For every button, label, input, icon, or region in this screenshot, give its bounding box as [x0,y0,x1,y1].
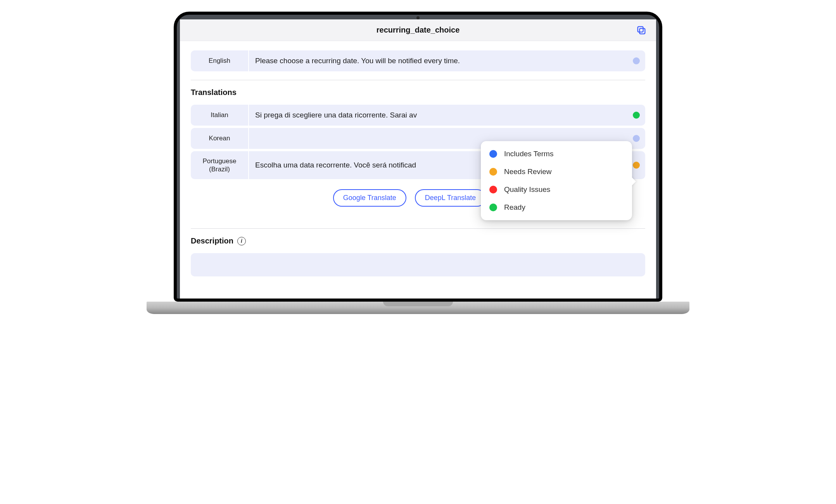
source-language-label: English [191,50,249,71]
status-option-label: Needs Review [504,167,552,176]
status-option-label: Ready [504,203,525,212]
status-option-label: Quality Issues [504,185,550,194]
status-dot [633,57,640,64]
status-option-needs-review[interactable]: Needs Review [481,163,632,181]
app-header: recurring_date_choice [180,19,656,41]
status-dot [633,162,640,169]
status-option-quality-issues[interactable]: Quality Issues [481,181,632,198]
deepl-translate-button[interactable]: DeepL Translate [415,189,486,207]
source-language-row[interactable]: English Please choose a recurring date. … [191,50,645,71]
status-popover: Includes Terms Needs Review Quality Issu… [481,141,632,220]
description-section-label: Description i [191,236,645,245]
info-icon[interactable]: i [237,237,246,245]
status-option-label: Includes Terms [504,150,553,158]
google-translate-button[interactable]: Google Translate [333,189,406,207]
status-bullet [489,204,497,211]
status-bullet [489,168,497,176]
svg-rect-1 [638,26,643,32]
laptop-device-frame: recurring_date_choice English Please cho… [174,12,662,314]
divider [191,80,645,80]
copy-icon[interactable] [636,25,647,36]
translation-row-italian[interactable]: Italian Si prega di scegliere una data r… [191,105,645,126]
description-input[interactable] [191,253,645,276]
svg-rect-0 [639,28,645,34]
laptop-base [147,302,689,314]
translation-language-label: Italian [191,105,249,126]
status-bullet [489,150,497,158]
source-text[interactable]: Please choose a recurring date. You will… [249,50,627,71]
translation-text[interactable]: Si prega di scegliere una data ricorrent… [249,105,627,126]
status-bullet [489,186,497,193]
status-option-ready[interactable]: Ready [481,198,632,216]
translations-section-label: Translations [191,88,645,97]
content-area: English Please choose a recurring date. … [180,41,656,276]
translation-language-label: Korean [191,128,249,149]
camera-dot [416,16,420,19]
laptop-lid: recurring_date_choice English Please cho… [174,12,662,302]
status-dot [633,135,640,142]
app-screen: recurring_date_choice English Please cho… [180,19,656,299]
translation-language-label: Portuguese (Brazil) [191,151,249,179]
description-label-text: Description [191,236,233,245]
page-title: recurring_date_choice [377,26,460,35]
divider [191,228,645,229]
status-dot [633,112,640,119]
source-status-slot[interactable] [627,50,645,71]
translation-status-slot[interactable] [627,105,645,126]
status-option-includes-terms[interactable]: Includes Terms [481,145,632,163]
